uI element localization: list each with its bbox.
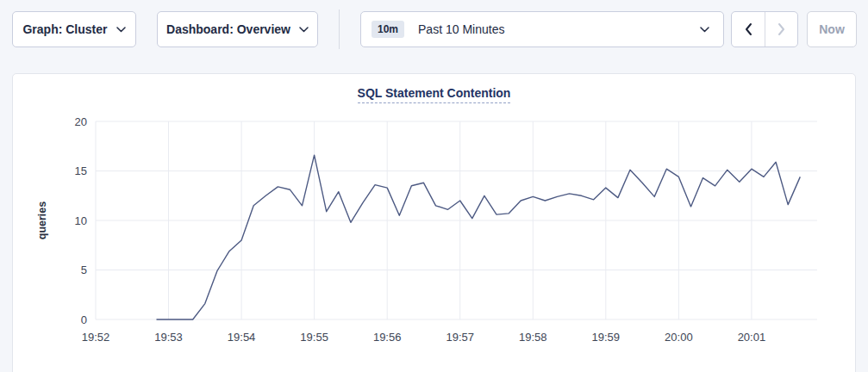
x-tick-label: 19:59	[592, 331, 621, 344]
x-tick-label: 20:01	[738, 331, 766, 344]
x-tick-label: 19:57	[446, 331, 474, 344]
y-tick-label: 15	[75, 164, 87, 177]
contention-line-chart[interactable]: 0510152019:5219:5319:5419:5519:5619:5719…	[13, 74, 857, 367]
time-range-picker[interactable]: 10m Past 10 Minutes	[360, 11, 724, 47]
x-tick-label: 19:56	[373, 331, 402, 344]
chevron-down-icon	[116, 27, 126, 33]
y-tick-label: 0	[81, 313, 87, 326]
chevron-left-icon	[744, 22, 752, 36]
graph-dropdown-label: Graph: Cluster	[22, 22, 107, 36]
time-step-buttons	[731, 11, 798, 47]
dashboard-dropdown-label: Dashboard: Overview	[166, 22, 290, 36]
x-tick-label: 19:55	[300, 331, 328, 344]
now-button[interactable]: Now	[807, 11, 857, 47]
chart-panel: SQL Statement Contention queries 0510152…	[12, 73, 856, 372]
chevron-down-icon	[299, 27, 309, 33]
x-tick-label: 19:54	[228, 331, 256, 344]
dashboard-dropdown[interactable]: Dashboard: Overview	[157, 11, 318, 47]
graph-dropdown[interactable]: Graph: Cluster	[12, 11, 136, 47]
time-range-label: Past 10 Minutes	[418, 22, 504, 36]
toolbar-divider	[339, 9, 340, 49]
y-tick-label: 20	[75, 115, 87, 128]
metrics-page: Graph: Cluster Dashboard: Overview 10m P…	[0, 0, 868, 372]
y-tick-label: 5	[81, 264, 87, 276]
x-tick-label: 19:58	[519, 331, 547, 344]
chevron-right-icon	[777, 22, 786, 36]
x-tick-label: 19:52	[82, 331, 110, 344]
series-line-queries	[157, 155, 801, 319]
previous-interval-button[interactable]	[732, 12, 765, 46]
x-tick-label: 20:00	[665, 331, 693, 344]
next-interval-button[interactable]	[765, 12, 797, 46]
x-tick-label: 19:53	[154, 331, 183, 344]
toolbar: Graph: Cluster Dashboard: Overview 10m P…	[0, 0, 868, 60]
y-tick-label: 10	[75, 214, 87, 227]
time-range-badge: 10m	[372, 21, 404, 38]
chevron-down-icon	[700, 27, 709, 33]
